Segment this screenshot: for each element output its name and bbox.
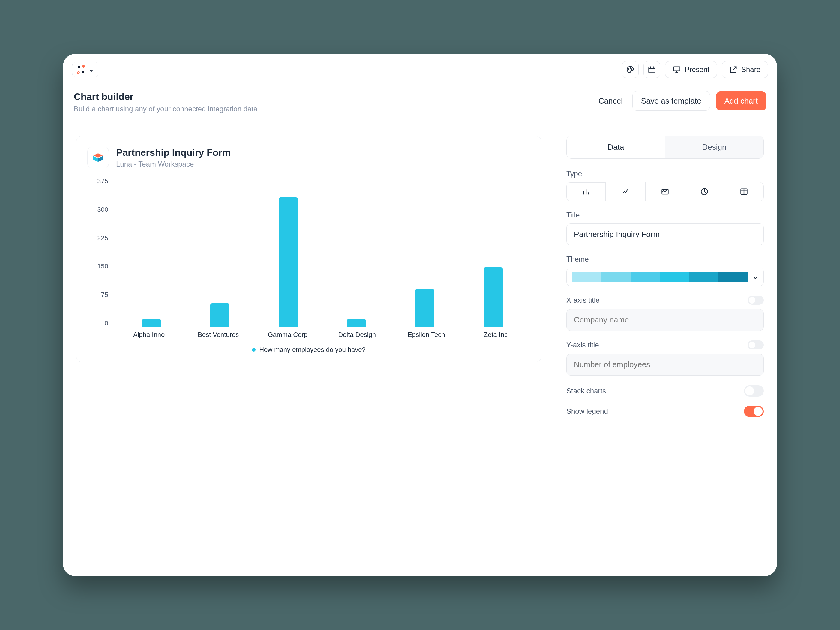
- area-chart-icon: [661, 188, 669, 196]
- bar-column: [322, 177, 391, 327]
- y-axis-input[interactable]: [567, 354, 764, 376]
- x-tick: Delta Design: [322, 331, 392, 339]
- chart-legend: How many employees do you have?: [87, 346, 531, 354]
- page-subtitle: Build a chart using any of your connecte…: [74, 105, 257, 113]
- bar: [279, 197, 298, 327]
- y-tick: 300: [97, 206, 108, 213]
- bar-chart-icon: [582, 188, 591, 196]
- color-swatch: [660, 272, 689, 282]
- theme-swatches: [572, 272, 748, 282]
- svg-point-2: [632, 69, 632, 69]
- y-axis: 375300225150750: [87, 177, 108, 327]
- present-button[interactable]: Present: [665, 61, 717, 78]
- config-panel: Data Design Type Title Theme ⌄ X-axis ti…: [555, 122, 777, 576]
- bar-column: [254, 177, 322, 327]
- x-tick: Best Ventures: [183, 331, 253, 339]
- bar: [347, 319, 366, 327]
- cancel-button[interactable]: Cancel: [595, 96, 627, 106]
- x-axis: Alpha InnoBest VenturesGamma CorpDelta D…: [87, 331, 531, 339]
- x-axis-label: X-axis title: [567, 296, 764, 305]
- y-tick: 150: [97, 262, 108, 270]
- x-axis-input[interactable]: [567, 309, 764, 331]
- chart-type-segmented: [567, 182, 764, 201]
- stack-row: Stack charts: [567, 385, 764, 396]
- type-area[interactable]: [646, 182, 685, 201]
- y-tick: 225: [97, 234, 108, 242]
- y-axis-label: Y-axis title: [567, 341, 764, 349]
- palette-button[interactable]: [622, 61, 639, 78]
- legend-toggle[interactable]: [744, 406, 764, 417]
- legend-label: How many employees do you have?: [259, 346, 366, 354]
- svg-point-0: [628, 69, 629, 69]
- stack-toggle[interactable]: [744, 385, 764, 396]
- present-label: Present: [685, 65, 709, 74]
- panel-tabs: Data Design: [567, 136, 764, 159]
- page-title: Chart builder: [74, 91, 257, 102]
- y-tick: 75: [101, 291, 108, 299]
- legend-row: Show legend: [567, 406, 764, 417]
- tab-data[interactable]: Data: [567, 136, 665, 158]
- bar: [210, 303, 229, 327]
- content: Partnership Inquiry Form Luna - Team Wor…: [63, 122, 777, 576]
- pie-chart-icon: [700, 188, 709, 196]
- preview-pane: Partnership Inquiry Form Luna - Team Wor…: [63, 122, 555, 576]
- y-tick: 375: [97, 177, 108, 185]
- bar-column: [186, 177, 254, 327]
- chart-title: Partnership Inquiry Form: [116, 147, 231, 158]
- chevron-down-icon: ⌄: [88, 66, 94, 74]
- type-bar[interactable]: [567, 182, 606, 201]
- y-axis-toggle[interactable]: [748, 341, 764, 349]
- chart-plot: 375300225150750: [87, 177, 531, 327]
- bar: [142, 319, 161, 327]
- color-swatch: [689, 272, 719, 282]
- bar: [415, 289, 434, 327]
- svg-rect-3: [649, 67, 655, 73]
- color-swatch: [631, 272, 660, 282]
- page-header: Chart builder Build a chart using any of…: [63, 85, 777, 122]
- x-tick: Epsilon Tech: [392, 331, 461, 339]
- app-window: ⌄ Present Share Chart builder Build a ch…: [63, 54, 777, 576]
- line-chart-icon: [622, 188, 630, 196]
- x-tick: Alpha Inno: [114, 331, 183, 339]
- x-tick: Zeta Inc: [461, 331, 531, 339]
- add-chart-button[interactable]: Add chart: [716, 92, 766, 111]
- save-template-button[interactable]: Save as template: [632, 91, 710, 111]
- svg-rect-4: [674, 67, 680, 71]
- workspace-switcher[interactable]: ⌄: [72, 62, 98, 77]
- topbar: ⌄ Present Share: [63, 54, 777, 85]
- calendar-button[interactable]: [644, 61, 660, 78]
- palette-icon: [626, 65, 635, 74]
- title-input[interactable]: [567, 224, 764, 245]
- type-pie[interactable]: [685, 182, 724, 201]
- legend-toggle-label: Show legend: [567, 407, 608, 415]
- airtable-icon: [92, 152, 104, 164]
- logo-icon: [76, 65, 85, 74]
- svg-point-1: [630, 68, 631, 68]
- x-axis-toggle[interactable]: [748, 296, 764, 305]
- calendar-icon: [648, 65, 656, 74]
- color-swatch: [718, 272, 748, 282]
- stack-label: Stack charts: [567, 387, 606, 395]
- tab-design[interactable]: Design: [665, 136, 764, 158]
- color-swatch: [572, 272, 602, 282]
- share-label: Share: [741, 65, 761, 74]
- plot-area: [114, 177, 531, 327]
- bar-column: [117, 177, 186, 327]
- bar-column: [459, 177, 527, 327]
- y-tick: 0: [105, 319, 108, 327]
- type-line[interactable]: [606, 182, 645, 201]
- title-field-label: Title: [567, 211, 764, 219]
- table-icon: [740, 188, 748, 196]
- share-icon: [729, 65, 738, 74]
- chart-subtitle: Luna - Team Workspace: [116, 160, 231, 168]
- chart-card: Partnership Inquiry Form Luna - Team Wor…: [76, 136, 542, 362]
- type-label: Type: [567, 169, 764, 178]
- source-icon: [87, 147, 109, 168]
- type-table[interactable]: [725, 182, 764, 201]
- bar: [483, 267, 503, 327]
- theme-select[interactable]: ⌄: [567, 268, 764, 286]
- share-button[interactable]: Share: [722, 61, 768, 78]
- chevron-down-icon: ⌄: [753, 273, 758, 281]
- x-tick: Gamma Corp: [253, 331, 322, 339]
- presentation-icon: [673, 65, 681, 74]
